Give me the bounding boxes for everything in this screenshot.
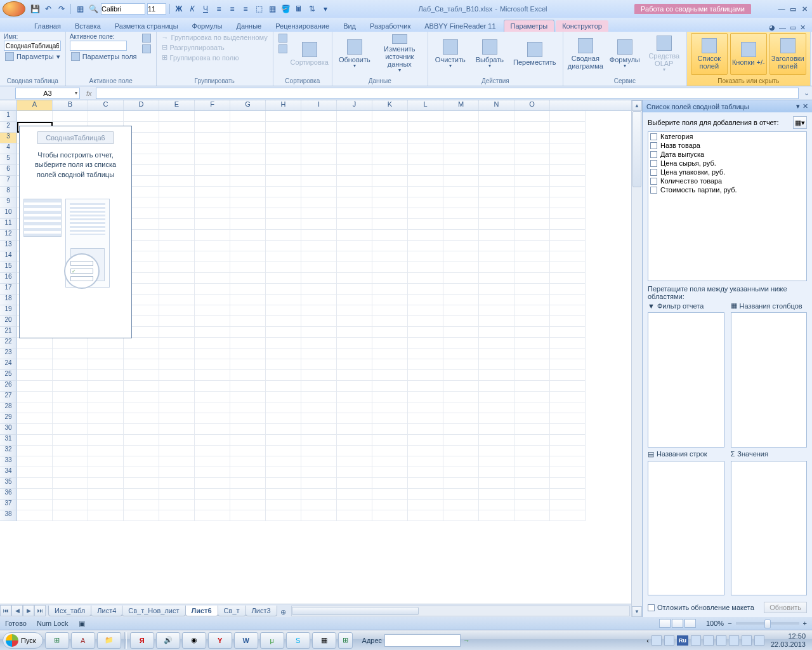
tray-icon[interactable] bbox=[754, 635, 764, 646]
cell[interactable] bbox=[408, 295, 443, 305]
expand-formula-icon[interactable]: ⌄ bbox=[801, 89, 812, 97]
taskbar-explorer-icon[interactable]: 📁 bbox=[97, 632, 121, 649]
cell[interactable] bbox=[195, 359, 230, 370]
cell[interactable] bbox=[53, 424, 88, 435]
cell[interactable] bbox=[443, 230, 479, 241]
cell[interactable] bbox=[337, 467, 372, 478]
select-all-corner[interactable] bbox=[0, 100, 17, 110]
pivot-options-button[interactable]: Параметры ▾ bbox=[4, 51, 62, 62]
cell[interactable] bbox=[443, 348, 479, 359]
move-button[interactable]: Переместить bbox=[511, 33, 559, 75]
cell[interactable] bbox=[408, 273, 443, 284]
cell[interactable] bbox=[17, 402, 53, 413]
cell[interactable] bbox=[337, 230, 372, 241]
area-rows-box[interactable] bbox=[648, 461, 724, 596]
restore-icon[interactable]: ▭ bbox=[788, 4, 798, 14]
cell[interactable] bbox=[550, 489, 586, 500]
cell[interactable] bbox=[337, 338, 372, 348]
cell[interactable] bbox=[266, 435, 301, 446]
tray-icon[interactable] bbox=[664, 635, 674, 646]
cell[interactable] bbox=[88, 478, 124, 489]
cell[interactable] bbox=[124, 370, 159, 381]
cell[interactable] bbox=[301, 446, 337, 456]
cell[interactable] bbox=[266, 478, 301, 489]
cell[interactable] bbox=[479, 176, 514, 187]
cell[interactable] bbox=[159, 478, 195, 489]
cell[interactable] bbox=[337, 392, 372, 402]
cell[interactable] bbox=[266, 413, 301, 424]
cell[interactable] bbox=[337, 446, 372, 456]
cell[interactable] bbox=[88, 500, 124, 510]
cell[interactable] bbox=[159, 251, 195, 262]
cell[interactable] bbox=[53, 413, 88, 424]
pivot-name-input[interactable] bbox=[4, 41, 61, 51]
cell[interactable] bbox=[159, 295, 195, 305]
cell[interactable] bbox=[301, 392, 337, 402]
cell[interactable] bbox=[88, 381, 124, 392]
tab-formulas[interactable]: Формулы bbox=[186, 20, 229, 32]
taskbar-excel-window[interactable]: ⊞ bbox=[338, 632, 353, 649]
cell[interactable] bbox=[443, 262, 479, 273]
sheet-tab[interactable]: Лист4 bbox=[91, 606, 122, 616]
cell[interactable] bbox=[408, 251, 443, 262]
cell[interactable] bbox=[337, 241, 372, 251]
cell[interactable] bbox=[550, 305, 586, 316]
cell[interactable] bbox=[408, 435, 443, 446]
cell[interactable] bbox=[159, 359, 195, 370]
cell[interactable] bbox=[266, 338, 301, 348]
cell[interactable] bbox=[301, 370, 337, 381]
cell[interactable] bbox=[550, 295, 586, 305]
cell[interactable] bbox=[443, 489, 479, 500]
cell[interactable] bbox=[372, 348, 408, 359]
cell[interactable] bbox=[337, 176, 372, 187]
cell[interactable] bbox=[230, 478, 266, 489]
cell[interactable] bbox=[88, 111, 124, 122]
cell[interactable] bbox=[230, 305, 266, 316]
cell[interactable] bbox=[195, 187, 230, 197]
col-header[interactable]: E bbox=[159, 100, 195, 110]
cell[interactable] bbox=[88, 370, 124, 381]
cell[interactable] bbox=[372, 327, 408, 338]
cell[interactable] bbox=[195, 392, 230, 402]
cell[interactable] bbox=[17, 111, 53, 122]
cell[interactable] bbox=[514, 316, 550, 327]
cell[interactable] bbox=[159, 424, 195, 435]
cell[interactable] bbox=[550, 122, 586, 133]
cell[interactable] bbox=[550, 133, 586, 143]
cell[interactable] bbox=[301, 154, 337, 165]
cell[interactable] bbox=[408, 187, 443, 197]
col-header[interactable]: K bbox=[372, 100, 408, 110]
tray-volume-icon[interactable] bbox=[729, 635, 739, 646]
sheet-tab[interactable]: Св_т bbox=[218, 606, 246, 616]
cell[interactable] bbox=[372, 402, 408, 413]
cell[interactable] bbox=[230, 370, 266, 381]
cell[interactable] bbox=[230, 241, 266, 251]
cell[interactable] bbox=[159, 305, 195, 316]
cell[interactable] bbox=[124, 359, 159, 370]
cell[interactable] bbox=[159, 273, 195, 284]
row-header[interactable]: 30 bbox=[0, 424, 17, 435]
cell[interactable] bbox=[124, 338, 159, 348]
tab-next-icon[interactable]: ▶ bbox=[23, 605, 34, 616]
cell[interactable] bbox=[301, 133, 337, 143]
cell[interactable] bbox=[443, 381, 479, 392]
cell[interactable] bbox=[408, 143, 443, 154]
cell[interactable] bbox=[479, 241, 514, 251]
cell[interactable] bbox=[514, 133, 550, 143]
field-checkbox[interactable] bbox=[650, 169, 657, 176]
cell[interactable] bbox=[514, 467, 550, 478]
row-header[interactable]: 19 bbox=[0, 305, 17, 316]
sort-desc-button[interactable] bbox=[277, 44, 289, 54]
cell[interactable] bbox=[337, 251, 372, 262]
cell[interactable] bbox=[195, 456, 230, 467]
row-header[interactable]: 4 bbox=[0, 143, 17, 154]
taskbar-skype-icon[interactable]: S bbox=[286, 632, 310, 649]
cell[interactable] bbox=[230, 187, 266, 197]
cell[interactable] bbox=[514, 122, 550, 133]
cell[interactable] bbox=[230, 273, 266, 284]
cell[interactable] bbox=[514, 143, 550, 154]
cell[interactable] bbox=[479, 122, 514, 133]
cell[interactable] bbox=[550, 348, 586, 359]
cell[interactable] bbox=[514, 359, 550, 370]
cell[interactable] bbox=[88, 402, 124, 413]
